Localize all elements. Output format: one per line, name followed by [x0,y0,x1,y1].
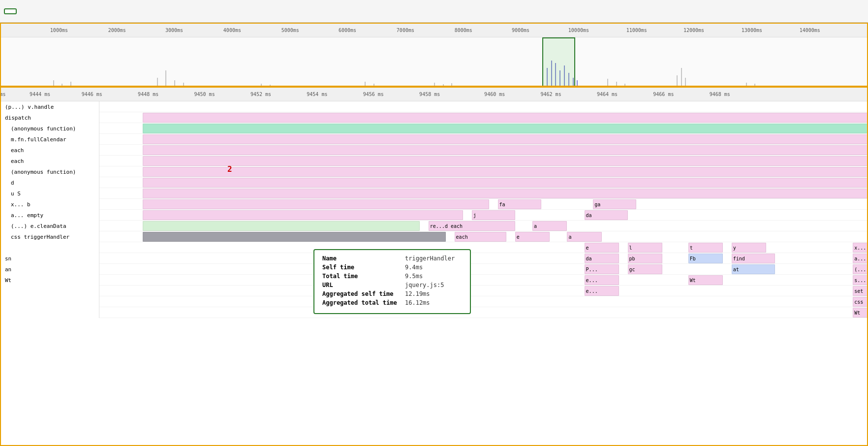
green-selection-box[interactable] [542,37,575,87]
tooltip-label: Aggregated self time [322,290,401,297]
flame-row[interactable]: (anonymous function) [1,123,867,134]
overview-bar [681,68,682,87]
tooltip-row: Total time 9.5ms [322,273,462,280]
flame-block[interactable]: Wt [853,308,867,318]
overview-panel: 1000ms2000ms3000ms4000ms5000ms6000ms7000… [0,23,868,87]
flame-row[interactable]: (...) e.cleanDatare...d eacha(... [1,221,867,231]
flame-row-label [1,242,99,253]
flame-row[interactable]: x... bfaga [1,199,867,210]
flame-row[interactable]: d [1,177,867,188]
flame-block[interactable] [143,113,867,123]
overview-bar [183,83,184,87]
tooltip-label: Aggregated total time [322,299,401,306]
flame-block[interactable]: l [628,243,662,253]
flame-area[interactable]: (p...) v.handledispatch(anonymous functi… [1,101,867,445]
toolbar [0,0,868,23]
flame-block[interactable]: a [532,221,567,231]
overview-ruler-tick: 14000ms [800,28,820,33]
flame-row-label [1,307,99,318]
flame-block[interactable] [143,156,867,166]
flame-block[interactable] [143,199,489,209]
flame-row-label: d [1,177,99,188]
flame-row[interactable]: a... emptyjda [1,210,867,221]
overview-ruler-tick: 8000ms [455,28,472,33]
flame-row[interactable]: u S [1,188,867,199]
flame-row-label: each [1,145,99,156]
detail-ruler-tick: 9468 ms [710,92,730,97]
flame-block[interactable]: Fb [688,254,723,263]
flame-block[interactable] [143,221,420,231]
flame-block[interactable] [143,178,867,188]
flame-block[interactable]: P... [585,264,619,274]
flame-block[interactable]: a [567,232,601,242]
flame-block[interactable]: j [472,210,515,220]
detail-ruler-tick: 9454 ms [307,92,327,97]
overview-ruler: 1000ms2000ms3000ms4000ms5000ms6000ms7000… [1,24,867,37]
flame-block[interactable]: t [688,243,723,253]
flame-block[interactable] [143,134,867,144]
flame-block[interactable]: css [853,297,867,307]
flame-block[interactable] [143,232,446,242]
overview-ruler-tick: 10000ms [568,28,589,33]
flame-block[interactable]: da [585,210,628,220]
flame-block[interactable]: y [732,243,766,253]
flame-block[interactable]: find [732,254,775,263]
flame-row[interactable]: dispatch [1,112,867,123]
flame-row[interactable]: css triggerHandlereachea [1,231,867,242]
detail-ruler-tick: 9464 ms [597,92,618,97]
overview-bar [365,82,366,87]
flame-row-label: (anonymous function) [1,123,99,134]
flame-block[interactable]: ga [593,199,636,209]
flame-block[interactable]: pb [628,254,662,263]
tooltip-value: triggerHandler [405,255,455,262]
flame-block[interactable]: s... [853,275,867,285]
flame-block[interactable] [143,167,867,177]
overview-bar [174,80,175,87]
flame-row-label: dispatch [1,112,99,123]
flame-block[interactable]: a... [853,254,867,263]
overview-ruler-tick: 3000ms [165,28,183,33]
flame-block[interactable]: e... [585,286,619,296]
chart-dropdown[interactable] [4,8,17,14]
flame-block[interactable] [143,124,867,133]
detail-ruler-tick: 9450 ms [194,92,215,97]
flame-block[interactable]: at [732,264,775,274]
tooltip-row: Self time 9.4ms [322,264,462,271]
flame-row[interactable]: m.fn.fullCalendar [1,134,867,145]
flame-row-label: m.fn.fullCalendar [1,134,99,145]
detail-ruler-tick: 9448 ms [138,92,158,97]
flame-row[interactable]: (p...) v.handle [1,101,867,112]
overview-chart-area[interactable] [1,37,867,87]
overview-bar [434,83,435,87]
tooltip: Name triggerHandler Self time 9.4ms Tota… [313,249,471,314]
flame-block[interactable]: (...) [853,264,867,274]
flame-block[interactable]: e... [585,275,619,285]
flame-block[interactable]: set [853,286,867,296]
tooltip-label: URL [322,282,401,288]
overview-bar [53,80,54,87]
flame-block[interactable]: da [585,254,619,263]
overview-bar [577,80,578,87]
tooltip-row: URL jquery.js:5 [322,282,462,288]
flame-block[interactable] [143,189,867,198]
flame-row-label [1,286,99,296]
tooltip-value: jquery.js:5 [405,282,444,288]
flame-row[interactable]: each [1,156,867,166]
flame-block[interactable]: x....n) [853,243,867,253]
flame-block[interactable]: gc [628,264,662,274]
flame-row-label: each [1,156,99,166]
flame-block[interactable]: Wt [688,275,723,285]
flame-block[interactable]: re...d each [429,221,515,231]
flame-row-label: an [1,264,99,275]
flame-block[interactable]: e [515,232,550,242]
flame-block[interactable] [143,210,463,220]
flame-block[interactable]: each [455,232,507,242]
flame-row-label: sn [1,253,99,264]
flame-row[interactable]: (anonymous function) [1,166,867,177]
flame-row-label: css triggerHandler [1,231,99,242]
flame-block[interactable] [143,145,867,155]
flame-block[interactable]: fa [498,199,541,209]
flame-row[interactable]: each [1,145,867,156]
overview-bar [677,75,678,87]
flame-block[interactable]: e [585,243,619,253]
